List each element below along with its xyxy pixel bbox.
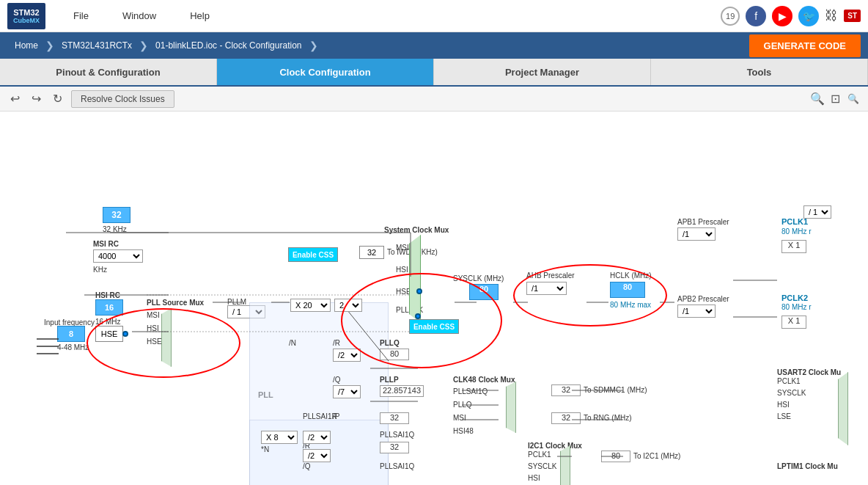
- hse-selected-dot: [122, 331, 128, 337]
- pllq-val: 80: [380, 349, 409, 360]
- pll-mux-hse: HSE: [147, 338, 162, 346]
- version-badge: 19: [721, 7, 740, 26]
- i2c1-mux-block: [560, 445, 570, 485]
- system-clock-mux-label: System Clock Mux: [384, 226, 449, 234]
- x1-2-val: X 1: [781, 316, 806, 329]
- div1-top-select[interactable]: / 1: [803, 205, 831, 219]
- bc-arrow-2: ❯: [139, 40, 148, 51]
- generate-code-button[interactable]: GENERATE CODE: [749, 34, 861, 57]
- apb1-prescaler-select[interactable]: /1: [677, 227, 716, 241]
- q-label2: /Q: [303, 462, 311, 470]
- zoom-in-button[interactable]: 🔍: [810, 92, 825, 106]
- pll-source-mux-label: PLL Source Mux: [147, 299, 204, 307]
- bc-arrow-3: ❯: [309, 40, 318, 51]
- undo-button[interactable]: ↩: [7, 90, 23, 107]
- i2c1-sysclk: SYSCLK: [528, 462, 556, 470]
- enable-css-2[interactable]: Enable CSS: [409, 319, 459, 334]
- bc-device[interactable]: STM32L431RCTx: [54, 36, 139, 55]
- pllp-val: 22.857143: [380, 385, 424, 397]
- refresh-button[interactable]: ↻: [50, 90, 65, 107]
- n-label: /N: [289, 339, 296, 347]
- msi-rc-unit: KHz: [93, 266, 107, 274]
- hsi-rc-value: 16: [95, 299, 123, 316]
- usart2-mux-block: [838, 372, 848, 445]
- 32khz-label: 32 KHz: [103, 225, 127, 233]
- pllsai1-q-div[interactable]: /2: [303, 449, 331, 462]
- sdmmc-val: 32: [551, 384, 581, 396]
- tab-tools[interactable]: Tools: [651, 59, 868, 85]
- sysclk-mux-selected-dot: [415, 313, 421, 319]
- clk48-msi-label: MSI: [453, 414, 466, 422]
- x1-1-val: X 1: [781, 240, 806, 253]
- pclk2-val: 80 MHz r: [781, 303, 812, 311]
- tab-clock[interactable]: Clock Configuration: [217, 59, 434, 85]
- logo-box: STM32 CubeMX: [7, 3, 45, 29]
- i2c1-val: 80: [601, 451, 630, 462]
- menu-help[interactable]: Help: [184, 7, 216, 24]
- apb2-prescaler-select[interactable]: /1: [677, 305, 716, 318]
- pllsai1r-val: 32: [380, 412, 409, 424]
- resolve-clock-button[interactable]: Resolve Clock Issues: [71, 90, 174, 108]
- tab-project[interactable]: Project Manager: [434, 59, 651, 85]
- to-sdmmc-label: To SDMMC1 (MHz): [584, 386, 647, 394]
- breadcrumb-bar: Home ❯ STM32L431RCTx ❯ 01-blinkLED.ioc -…: [0, 32, 868, 59]
- fit-button[interactable]: ⊡: [831, 92, 840, 106]
- ahb-prescaler-label: AHB Prescaler: [526, 271, 575, 280]
- lptim1-mux-label: LPTIM1 Clock Mu: [777, 462, 838, 470]
- clk48-mux-label: CLK48 Clock Mux: [453, 376, 515, 384]
- hsi-signal-label: HSI: [396, 266, 408, 274]
- input-freq-range: 4-48 MHz: [57, 343, 89, 351]
- bc-home[interactable]: Home: [7, 36, 45, 55]
- network-icon: ⛓: [825, 8, 838, 23]
- twitter-icon[interactable]: 🐦: [798, 6, 819, 26]
- q-div-select[interactable]: /7: [333, 385, 361, 398]
- usart2-hsi: HSI: [777, 401, 790, 409]
- pclk1-val: 80 MHz r: [781, 227, 812, 236]
- i2c1-mux-label: I2C1 Clock Mux: [528, 442, 582, 450]
- tab-bar: Pinout & Configuration Clock Configurati…: [0, 59, 868, 87]
- div2-select[interactable]: 2: [334, 299, 362, 312]
- pllsai1q-label: PLLSAI1Q: [380, 431, 414, 439]
- tab-pinout[interactable]: Pinout & Configuration: [0, 59, 217, 85]
- redo-button[interactable]: ↪: [29, 90, 44, 107]
- pllclk-dot: [416, 288, 422, 294]
- sysclk-value: 80: [469, 284, 499, 300]
- pllp-label: PLLP: [380, 376, 399, 384]
- q-label: /Q: [333, 376, 341, 384]
- pllsai1q2-label: PLLSAI1Q: [380, 462, 414, 470]
- social-icons: 19 f ▶ 🐦 ⛓ ST: [721, 6, 861, 26]
- sysclk-label: SYSCLK (MHz): [453, 274, 504, 282]
- i2c1-hsi: HSI: [528, 474, 540, 482]
- app-logo: STM32 CubeMX: [7, 3, 45, 29]
- apb2-prescaler-label: APB2 Prescaler: [677, 295, 729, 303]
- apb1-prescaler-label: APB1 Prescaler: [677, 218, 729, 226]
- pllq-label: PLLQ: [380, 339, 400, 347]
- clk48-hsi48-label: HSI48: [453, 427, 474, 435]
- zoom-out-button[interactable]: 🔍: [847, 93, 859, 104]
- val-32-iwdg: 32: [359, 246, 384, 259]
- pllsai-n-label: *N: [261, 445, 269, 453]
- youtube-icon[interactable]: ▶: [772, 6, 792, 26]
- logo-stm: STM32: [13, 8, 39, 17]
- x20-select[interactable]: X 20: [290, 299, 331, 312]
- hclk-label: HCLK (MHz): [610, 271, 652, 280]
- menu-window[interactable]: Window: [117, 7, 162, 24]
- pclk2-label: PCLK2: [781, 293, 808, 302]
- r-div-select[interactable]: /2: [333, 349, 361, 362]
- to-rng-label: To RNG (MHz): [584, 414, 632, 422]
- bc-file[interactable]: 01-blinkLED.ioc - Clock Configuration: [148, 36, 309, 55]
- usart2-lse: LSE: [777, 412, 791, 420]
- hclk-max-label: 80 MHz max: [610, 301, 651, 309]
- clock-diagram-canvas: MSI RC 4000 KHz MSI HSI HSE PLLCLK 32 32…: [0, 112, 868, 485]
- menu-bar: STM32 CubeMX File Window Help 19 f ▶ 🐦 ⛓…: [0, 0, 868, 32]
- i2c1-pclk1: PCLK1: [528, 451, 551, 459]
- ahb-prescaler-select[interactable]: /1: [526, 282, 567, 295]
- facebook-icon[interactable]: f: [746, 6, 766, 26]
- hsi-rc-unit: 16 MHz: [95, 318, 120, 326]
- msi-rc-select[interactable]: 4000: [93, 249, 143, 263]
- pllsai1-r-div[interactable]: /2: [303, 431, 331, 444]
- menu-file[interactable]: File: [67, 7, 95, 24]
- x8-select[interactable]: X 8: [261, 431, 298, 444]
- bc-arrow-1: ❯: [45, 40, 54, 51]
- enable-css-1[interactable]: Enable CSS: [288, 247, 338, 262]
